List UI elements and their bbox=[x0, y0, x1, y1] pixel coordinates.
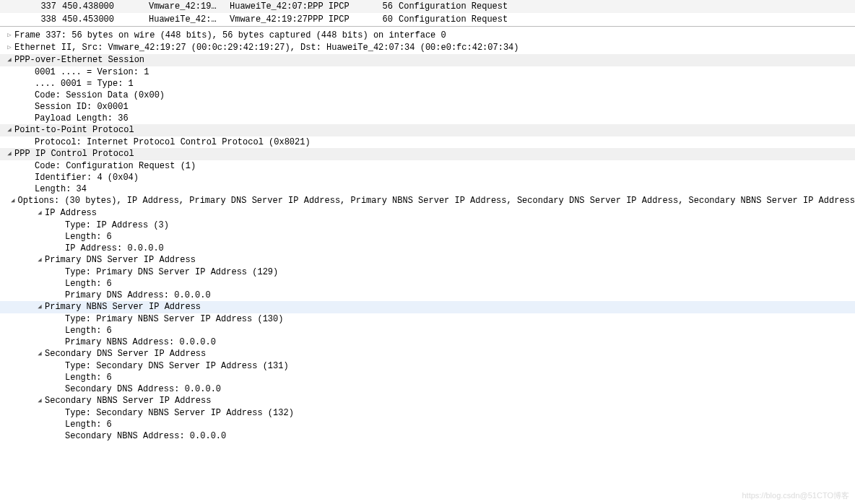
detail-row[interactable]: PPP IP Control Protocol bbox=[0, 148, 855, 160]
detail-text: Payload Length: 36 bbox=[35, 113, 855, 124]
detail-text: Code: Configuration Request (1) bbox=[35, 160, 855, 172]
detail-text: Secondary DNS Server IP Address bbox=[45, 348, 855, 360]
tree-expanded-icon[interactable] bbox=[4, 148, 14, 160]
detail-row[interactable]: Primary DNS Server IP Address bbox=[0, 254, 855, 266]
packet-info: Configuration Request bbox=[399, 14, 855, 25]
detail-text: Secondary NBNS Address: 0.0.0.0 bbox=[65, 430, 855, 442]
packet-proto: PPP IPCP bbox=[308, 1, 361, 12]
packet-len: 56 bbox=[361, 1, 399, 12]
detail-text: Secondary NBNS Server IP Address bbox=[45, 395, 855, 407]
tree-expanded-icon[interactable] bbox=[4, 54, 14, 66]
detail-row[interactable]: Length: 6 bbox=[0, 231, 855, 243]
packet-src: Vmware_42:19… bbox=[149, 1, 230, 12]
detail-text: Frame 337: 56 bytes on wire (448 bits), … bbox=[14, 30, 855, 41]
detail-row[interactable]: Primary NBNS Address: 0.0.0.0 bbox=[0, 336, 855, 348]
detail-text: Type: IP Address (3) bbox=[65, 220, 855, 231]
detail-row[interactable]: Payload Length: 36 bbox=[0, 113, 855, 124]
tree-expanded-icon[interactable] bbox=[35, 207, 45, 220]
detail-row[interactable]: Type: Primary DNS Server IP Address (129… bbox=[0, 266, 855, 278]
detail-row[interactable]: Primary NBNS Server IP Address bbox=[0, 301, 855, 313]
detail-row[interactable]: 0001 .... = Version: 1 bbox=[0, 66, 855, 78]
detail-row[interactable]: Frame 337: 56 bytes on wire (448 bits), … bbox=[0, 30, 855, 42]
tree-expanded-icon[interactable] bbox=[8, 195, 18, 207]
detail-row[interactable]: .... 0001 = Type: 1 bbox=[0, 78, 855, 90]
detail-row[interactable]: Options: (30 bytes), IP Address, Primary… bbox=[0, 195, 855, 207]
detail-text: IP Address bbox=[45, 207, 855, 219]
detail-row[interactable]: Protocol: Internet Protocol Control Prot… bbox=[0, 136, 855, 148]
packet-dst: HuaweiTe_42:07:… bbox=[230, 1, 308, 12]
detail-row[interactable]: PPP-over-Ethernet Session bbox=[0, 54, 855, 66]
detail-text: PPP IP Control Protocol bbox=[14, 148, 855, 160]
detail-text: Length: 6 bbox=[65, 325, 855, 336]
detail-row[interactable]: Secondary DNS Server IP Address bbox=[0, 348, 855, 360]
tree-collapsed-icon[interactable] bbox=[4, 42, 14, 54]
detail-row[interactable]: Identifier: 4 (0x04) bbox=[0, 172, 855, 183]
tree-expanded-icon[interactable] bbox=[35, 254, 45, 266]
tree-expanded-icon[interactable] bbox=[4, 124, 14, 136]
detail-text: Type: Secondary NBNS Server IP Address (… bbox=[65, 407, 855, 419]
detail-text: Length: 6 bbox=[65, 231, 855, 243]
tree-expanded-icon[interactable] bbox=[35, 395, 45, 407]
detail-text: Type: Primary NBNS Server IP Address (13… bbox=[65, 313, 855, 325]
detail-row[interactable]: Length: 6 bbox=[0, 372, 855, 383]
packet-no: 337 bbox=[17, 1, 62, 12]
detail-text: Ethernet II, Src: Vmware_42:19:27 (00:0c… bbox=[14, 42, 855, 53]
tree-collapsed-icon[interactable] bbox=[4, 30, 14, 42]
detail-row[interactable]: Length: 6 bbox=[0, 419, 855, 430]
detail-row[interactable]: Type: IP Address (3) bbox=[0, 220, 855, 231]
detail-row[interactable]: Ethernet II, Src: Vmware_42:19:27 (00:0c… bbox=[0, 42, 855, 54]
detail-text: Length: 6 bbox=[65, 278, 855, 290]
detail-text: Type: Primary DNS Server IP Address (129… bbox=[65, 266, 855, 278]
packet-proto: PPP IPCP bbox=[308, 14, 361, 25]
detail-text: IP Address: 0.0.0.0 bbox=[65, 243, 855, 254]
detail-text: Options: (30 bytes), IP Address, Primary… bbox=[18, 195, 855, 207]
packet-time: 450.453000 bbox=[62, 14, 149, 25]
detail-row[interactable]: Type: Secondary NBNS Server IP Address (… bbox=[0, 407, 855, 419]
detail-row[interactable]: Secondary NBNS Server IP Address bbox=[0, 395, 855, 407]
packet-no: 338 bbox=[17, 14, 62, 25]
packet-len: 60 bbox=[361, 14, 399, 25]
packet-src: HuaweiTe_42:… bbox=[149, 14, 230, 25]
packet-info: Configuration Request bbox=[399, 1, 855, 12]
detail-row[interactable]: Type: Primary NBNS Server IP Address (13… bbox=[0, 313, 855, 325]
detail-row[interactable]: Length: 34 bbox=[0, 183, 855, 195]
packet-details[interactable]: Frame 337: 56 bytes on wire (448 bits), … bbox=[0, 27, 855, 442]
detail-row[interactable]: Point-to-Point Protocol bbox=[0, 124, 855, 136]
detail-text: Length: 34 bbox=[35, 183, 855, 195]
detail-text: Session ID: 0x0001 bbox=[35, 101, 855, 113]
detail-text: Secondary DNS Address: 0.0.0.0 bbox=[65, 383, 855, 395]
detail-text: Length: 6 bbox=[65, 372, 855, 383]
detail-text: Identifier: 4 (0x04) bbox=[35, 172, 855, 183]
detail-text: Protocol: Internet Protocol Control Prot… bbox=[35, 136, 855, 148]
detail-text: 0001 .... = Version: 1 bbox=[35, 66, 855, 78]
detail-row[interactable]: Length: 6 bbox=[0, 278, 855, 290]
detail-text: Length: 6 bbox=[65, 419, 855, 430]
detail-text: Point-to-Point Protocol bbox=[14, 124, 855, 136]
detail-text: Primary NBNS Address: 0.0.0.0 bbox=[65, 336, 855, 348]
detail-text: PPP-over-Ethernet Session bbox=[14, 54, 855, 66]
detail-row[interactable]: Primary DNS Address: 0.0.0.0 bbox=[0, 290, 855, 301]
packet-row[interactable]: 337450.438000Vmware_42:19…HuaweiTe_42:07… bbox=[0, 0, 855, 13]
packet-list[interactable]: 337450.438000Vmware_42:19…HuaweiTe_42:07… bbox=[0, 0, 855, 27]
detail-text: .... 0001 = Type: 1 bbox=[35, 78, 855, 90]
detail-text: Code: Session Data (0x00) bbox=[35, 90, 855, 101]
detail-text: Primary DNS Server IP Address bbox=[45, 254, 855, 266]
tree-expanded-icon[interactable] bbox=[35, 348, 45, 360]
packet-time: 450.438000 bbox=[62, 1, 149, 12]
detail-text: Primary DNS Address: 0.0.0.0 bbox=[65, 290, 855, 301]
detail-row[interactable]: Secondary DNS Address: 0.0.0.0 bbox=[0, 383, 855, 395]
detail-text: Primary NBNS Server IP Address bbox=[45, 301, 855, 313]
packet-row[interactable]: 338450.453000HuaweiTe_42:…Vmware_42:19:2… bbox=[0, 13, 855, 26]
detail-row[interactable]: Length: 6 bbox=[0, 325, 855, 336]
tree-expanded-icon[interactable] bbox=[35, 301, 45, 313]
detail-row[interactable]: Secondary NBNS Address: 0.0.0.0 bbox=[0, 430, 855, 442]
detail-row[interactable]: IP Address bbox=[0, 207, 855, 220]
detail-row[interactable]: Session ID: 0x0001 bbox=[0, 101, 855, 113]
detail-text: Type: Secondary DNS Server IP Address (1… bbox=[65, 360, 855, 372]
detail-row[interactable]: IP Address: 0.0.0.0 bbox=[0, 243, 855, 254]
detail-row[interactable]: Code: Session Data (0x00) bbox=[0, 90, 855, 101]
detail-row[interactable]: Type: Secondary DNS Server IP Address (1… bbox=[0, 360, 855, 372]
packet-dst: Vmware_42:19:27 bbox=[230, 14, 308, 25]
detail-row[interactable]: Code: Configuration Request (1) bbox=[0, 160, 855, 172]
